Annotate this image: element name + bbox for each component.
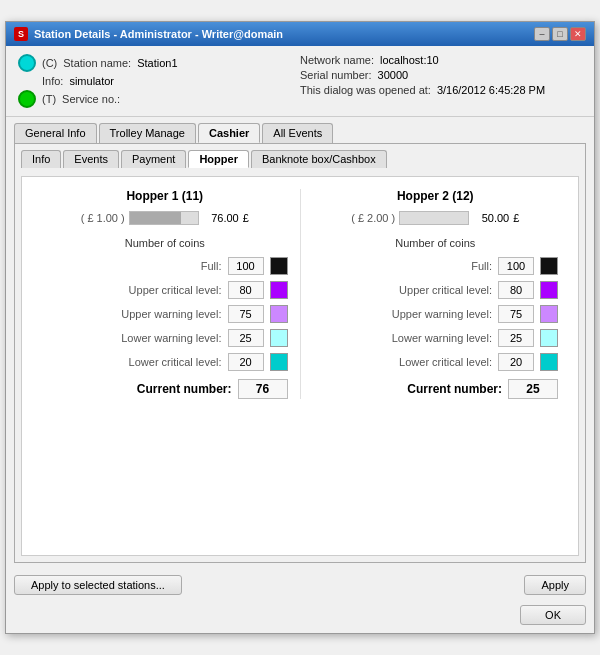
hopper2-lower-warning-input[interactable] — [498, 329, 534, 347]
tab-events[interactable]: Events — [63, 150, 119, 168]
inner-tabs: Info Events Payment Hopper Banknote box/… — [21, 150, 579, 168]
hopper1-upper-warning-input[interactable] — [228, 305, 264, 323]
serial-label: Serial number: — [300, 69, 372, 81]
station-name-row: (C) Station name: Station1 — [18, 54, 300, 72]
tab-hopper[interactable]: Hopper — [188, 150, 249, 168]
hopper1-upper-critical-color[interactable] — [270, 281, 288, 299]
tab-info[interactable]: Info — [21, 150, 61, 168]
hopper2-full-input[interactable] — [498, 257, 534, 275]
hopper1-title: Hopper 1 (11) — [42, 189, 288, 203]
title-bar-controls: – □ ✕ — [534, 27, 586, 41]
hopper2-progress-fill — [400, 212, 434, 224]
info-value: simulator — [69, 75, 114, 87]
main-window: S Station Details - Administrator - Writ… — [5, 21, 595, 634]
hopper2-lower-critical-row: Lower critical level: — [313, 353, 559, 371]
title-bar-left: S Station Details - Administrator - Writ… — [14, 27, 283, 41]
hopper2-lower-warning-row: Lower warning level: — [313, 329, 559, 347]
hopper1-lower-critical-input[interactable] — [228, 353, 264, 371]
hopper1-full-input[interactable] — [228, 257, 264, 275]
hopper1-current-label: Current number: — [137, 382, 232, 396]
info-row: Info: simulator — [42, 75, 300, 87]
tab-cashier[interactable]: Cashier — [198, 123, 260, 143]
c-label: (C) — [42, 57, 57, 69]
hopper2-lower-critical-label: Lower critical level: — [399, 356, 492, 368]
apply-selected-button[interactable]: Apply to selected stations... — [14, 575, 182, 595]
c-indicator — [18, 54, 36, 72]
hopper2-currency: £ — [513, 212, 519, 224]
hopper1-full-row: Full: — [42, 257, 288, 275]
service-label: Service no.: — [62, 93, 120, 105]
close-button[interactable]: ✕ — [570, 27, 586, 41]
hopper1-lower-warning-input[interactable] — [228, 329, 264, 347]
hopper-area: Hopper 1 (11) ( £ 1.00 ) 76.00 £ Number … — [21, 176, 579, 556]
hopper2-upper-warning-label: Upper warning level: — [392, 308, 492, 320]
hopper1-lower-critical-color[interactable] — [270, 353, 288, 371]
tab-all-events[interactable]: All Events — [262, 123, 333, 143]
hopper1-denomination: ( £ 1.00 ) — [81, 212, 125, 224]
service-row: (T) Service no.: — [18, 90, 300, 108]
hopper2-progress-bar — [399, 211, 469, 225]
hopper1-full-color[interactable] — [270, 257, 288, 275]
hopper2-current-row: Current number: — [313, 379, 559, 399]
maximize-button[interactable]: □ — [552, 27, 568, 41]
hopper2-lower-critical-color[interactable] — [540, 353, 558, 371]
hopper2-full-color[interactable] — [540, 257, 558, 275]
hopper2-amount-row: ( £ 2.00 ) 50.00 £ — [313, 211, 559, 225]
ok-button[interactable]: OK — [520, 605, 586, 625]
hopper2-upper-critical-input[interactable] — [498, 281, 534, 299]
t-label: (T) — [42, 93, 56, 105]
tab-trolley-manage[interactable]: Trolley Manage — [99, 123, 196, 143]
hopper2-full-row: Full: — [313, 257, 559, 275]
hopper1-current-row: Current number: — [42, 379, 288, 399]
tab-general-info[interactable]: General Info — [14, 123, 97, 143]
hopper2-lower-warning-color[interactable] — [540, 329, 558, 347]
hopper2-upper-critical-label: Upper critical level: — [399, 284, 492, 296]
station-name-label: Station name: — [63, 57, 131, 69]
window-title: Station Details - Administrator - Writer… — [34, 28, 283, 40]
hopper1-upper-critical-label: Upper critical level: — [129, 284, 222, 296]
hopper2-upper-critical-color[interactable] — [540, 281, 558, 299]
hopper2-lower-critical-input[interactable] — [498, 353, 534, 371]
dialog-row: This dialog was opened at: 3/16/2012 6:4… — [300, 84, 582, 96]
hopper1-upper-warning-color[interactable] — [270, 305, 288, 323]
hopper2-lower-warning-label: Lower warning level: — [392, 332, 492, 344]
dialog-label: This dialog was opened at: — [300, 84, 431, 96]
apply-button[interactable]: Apply — [524, 575, 586, 595]
col-divider — [300, 189, 301, 399]
hopper1-section-label: Number of coins — [42, 237, 288, 249]
hopper2-denomination: ( £ 2.00 ) — [351, 212, 395, 224]
info-bar: (C) Station name: Station1 Info: simulat… — [6, 46, 594, 117]
hopper1-amount-row: ( £ 1.00 ) 76.00 £ — [42, 211, 288, 225]
hopper1-current-input[interactable] — [238, 379, 288, 399]
hopper2-upper-warning-color[interactable] — [540, 305, 558, 323]
hopper2-section-label: Number of coins — [313, 237, 559, 249]
tab-payment[interactable]: Payment — [121, 150, 186, 168]
hopper1-progress-fill — [130, 212, 182, 224]
hopper1-upper-critical-row: Upper critical level: — [42, 281, 288, 299]
hopper1-upper-critical-input[interactable] — [228, 281, 264, 299]
hopper-columns: Hopper 1 (11) ( £ 1.00 ) 76.00 £ Number … — [34, 189, 566, 399]
hopper1-lower-critical-row: Lower critical level: — [42, 353, 288, 371]
hopper1-amount: 76.00 — [203, 212, 239, 224]
tab-banknote[interactable]: Banknote box/Cashbox — [251, 150, 387, 168]
network-label: Network name: — [300, 54, 374, 66]
hopper1-upper-warning-row: Upper warning level: — [42, 305, 288, 323]
hopper1-upper-warning-label: Upper warning level: — [121, 308, 221, 320]
hopper2-full-label: Full: — [471, 260, 492, 272]
app-icon: S — [14, 27, 28, 41]
network-row: Network name: localhost:10 — [300, 54, 582, 66]
minimize-button[interactable]: – — [534, 27, 550, 41]
ok-bar: OK — [6, 601, 594, 633]
network-value: localhost:10 — [380, 54, 439, 66]
hopper2-amount: 50.00 — [473, 212, 509, 224]
hopper2-title: Hopper 2 (12) — [313, 189, 559, 203]
hopper1-lower-warning-color[interactable] — [270, 329, 288, 347]
hopper2-upper-warning-input[interactable] — [498, 305, 534, 323]
station-name-value: Station1 — [137, 57, 177, 69]
dialog-value: 3/16/2012 6:45:28 PM — [437, 84, 545, 96]
outer-tabs: General Info Trolley Manage Cashier All … — [6, 117, 594, 143]
hopper2-current-input[interactable] — [508, 379, 558, 399]
hopper1-lower-warning-label: Lower warning level: — [121, 332, 221, 344]
hopper1-progress-bar — [129, 211, 199, 225]
hopper1-full-label: Full: — [201, 260, 222, 272]
